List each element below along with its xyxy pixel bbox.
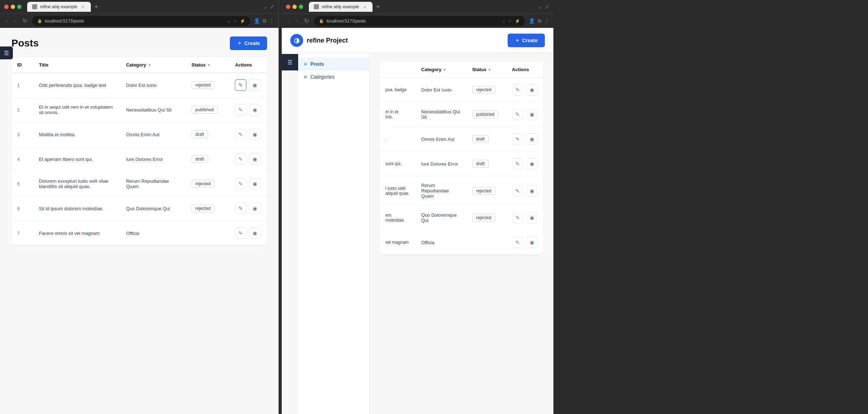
view-button[interactable]: ◉ — [249, 178, 261, 189]
sidebar-item-posts[interactable]: ≡ Posts — [298, 58, 369, 70]
right-window-fullscreen-icon[interactable]: ⤢ — [545, 4, 549, 10]
right-col-header-title-partial — [380, 62, 415, 78]
edit-button[interactable]: ✎ — [512, 212, 523, 223]
view-button[interactable]: ◉ — [249, 153, 261, 165]
left-posts-page: Posts ＋ Create ID Title Category ▼ S — [0, 28, 278, 414]
edit-button[interactable]: ✎ — [235, 203, 246, 214]
right-new-tab-button[interactable]: + — [373, 3, 383, 11]
right-active-tab[interactable]: refine ably example ✕ — [309, 2, 373, 12]
cell-title: Sit id ipsum dolorem molestiae. — [33, 196, 120, 221]
reload-button[interactable]: ↻ — [21, 17, 29, 25]
right-back-button[interactable]: ‹ — [286, 17, 291, 25]
right-col-header-category[interactable]: Category ▼ — [415, 62, 466, 78]
status-badge: rejected — [192, 180, 215, 188]
left-create-button[interactable]: ＋ Create — [230, 36, 267, 50]
right-profile-icon[interactable]: 👤 — [529, 18, 535, 24]
right-extensions-icon[interactable]: ⧉ — [538, 18, 541, 24]
right-sidebar-toggle[interactable]: ☰ — [282, 54, 298, 70]
edit-button[interactable]: ✎ — [512, 158, 523, 169]
edit-button[interactable]: ✎ — [235, 79, 246, 91]
edit-button[interactable]: ✎ — [235, 129, 246, 140]
action-buttons: ✎◉ — [512, 237, 538, 248]
right-url-bar[interactable]: 🔒 localhost:5173/posts ⌕ ☆ ⚡ — [314, 16, 525, 26]
status-badge: rejected — [192, 204, 215, 212]
right-category-filter-icon[interactable]: ▼ — [443, 68, 447, 72]
view-button[interactable]: ◉ — [526, 109, 538, 120]
active-tab[interactable]: refine ably example ✕ — [27, 2, 91, 12]
pencil-icon: ✎ — [516, 112, 520, 117]
edit-button[interactable]: ✎ — [512, 84, 523, 95]
cell-actions: ✎◉ — [229, 196, 267, 221]
view-button[interactable]: ◉ — [526, 185, 538, 197]
back-button[interactable]: ‹ — [4, 17, 9, 25]
edit-button[interactable]: ✎ — [512, 109, 523, 120]
status-filter-icon[interactable]: ▼ — [207, 63, 211, 67]
forward-button[interactable]: › — [13, 17, 17, 25]
right-col-header-status[interactable]: Status ▼ — [467, 62, 506, 78]
minimize-traffic-light[interactable] — [11, 5, 15, 9]
cell-id: 2 — [11, 98, 33, 122]
right-lock-icon: 🔒 — [319, 19, 324, 23]
cell-status: draft — [467, 127, 506, 152]
close-traffic-light[interactable] — [4, 5, 9, 9]
right-window-minimize-icon[interactable]: ⌄ — [538, 4, 543, 10]
table-row: i iusto velit aliquid quas.Rerum Repudia… — [380, 176, 543, 206]
cell-id: 5 — [11, 172, 33, 196]
view-button[interactable]: ◉ — [526, 133, 538, 145]
right-create-button[interactable]: ＋ Create — [508, 34, 545, 47]
view-button[interactable]: ◉ — [249, 129, 261, 140]
edit-button[interactable]: ✎ — [512, 185, 523, 197]
right-forward-button[interactable]: › — [294, 17, 299, 25]
pencil-icon: ✎ — [238, 107, 243, 113]
url-bar[interactable]: 🔒 localhost:5173/posts ⌕ ☆ ⚡ — [32, 16, 250, 26]
right-maximize-traffic-light[interactable] — [299, 5, 303, 9]
right-menu-icon[interactable]: ⋮ — [544, 18, 549, 24]
view-button[interactable]: ◉ — [249, 79, 261, 91]
url-action-icons: ⌕ ☆ ⚡ — [228, 19, 245, 24]
eye-icon: ◉ — [253, 132, 257, 137]
category-filter-icon[interactable]: ▼ — [148, 63, 152, 67]
cell-status: rejected — [186, 196, 230, 221]
star-icon[interactable]: ☆ — [233, 19, 237, 24]
edit-button[interactable]: ✎ — [235, 153, 246, 165]
right-close-traffic-light[interactable] — [286, 5, 290, 9]
col-header-category[interactable]: Category ▼ — [120, 57, 186, 73]
view-button[interactable]: ◉ — [526, 212, 538, 223]
right-minimize-traffic-light[interactable] — [292, 5, 297, 9]
profile-icon[interactable]: 👤 — [254, 18, 260, 24]
extension-icon[interactable]: ⚡ — [240, 19, 245, 24]
eye-icon: ◉ — [530, 240, 534, 245]
right-tab-close-button[interactable]: ✕ — [362, 4, 368, 10]
window-fullscreen-icon[interactable]: ⤢ — [270, 4, 274, 10]
left-sidebar-toggle[interactable]: ☰ — [0, 46, 13, 59]
edit-button[interactable]: ✎ — [512, 133, 523, 145]
right-star-icon[interactable]: ☆ — [508, 19, 512, 24]
tab-close-button[interactable]: ✕ — [80, 4, 86, 10]
eye-icon: ◉ — [253, 82, 257, 88]
view-button[interactable]: ◉ — [249, 203, 261, 214]
right-status-filter-icon[interactable]: ▼ — [488, 68, 492, 72]
search-icon: ⌕ — [228, 19, 230, 24]
sidebar-item-categories[interactable]: ≡ Categories — [298, 70, 369, 83]
view-button[interactable]: ◉ — [526, 84, 538, 95]
edit-button[interactable]: ✎ — [512, 237, 523, 248]
cell-status — [186, 221, 230, 246]
cell-category: Necessitatibus Qui Sit — [415, 102, 466, 127]
col-header-status[interactable]: Status ▼ — [186, 57, 230, 73]
edit-button[interactable]: ✎ — [235, 227, 246, 239]
right-reload-button[interactable]: ↻ — [303, 17, 310, 25]
view-button[interactable]: ◉ — [526, 237, 538, 248]
edit-button[interactable]: ✎ — [235, 178, 246, 189]
view-button[interactable]: ◉ — [249, 227, 261, 239]
maximize-traffic-light[interactable] — [17, 5, 21, 9]
view-button[interactable]: ◉ — [526, 158, 538, 169]
view-button[interactable]: ◉ — [249, 104, 261, 115]
right-extension-icon[interactable]: ⚡ — [515, 19, 520, 24]
new-tab-button[interactable]: + — [92, 3, 101, 11]
extensions-icon[interactable]: ⧉ — [263, 18, 266, 24]
menu-icon[interactable]: ⋮ — [269, 18, 274, 24]
cell-category: Dolor Est Iusto — [120, 73, 186, 98]
window-minimize-icon[interactable]: ⌄ — [263, 4, 268, 10]
edit-button[interactable]: ✎ — [235, 104, 246, 115]
left-title-bar: refine ably example ✕ + ⌄ ⤢ — [0, 0, 278, 14]
